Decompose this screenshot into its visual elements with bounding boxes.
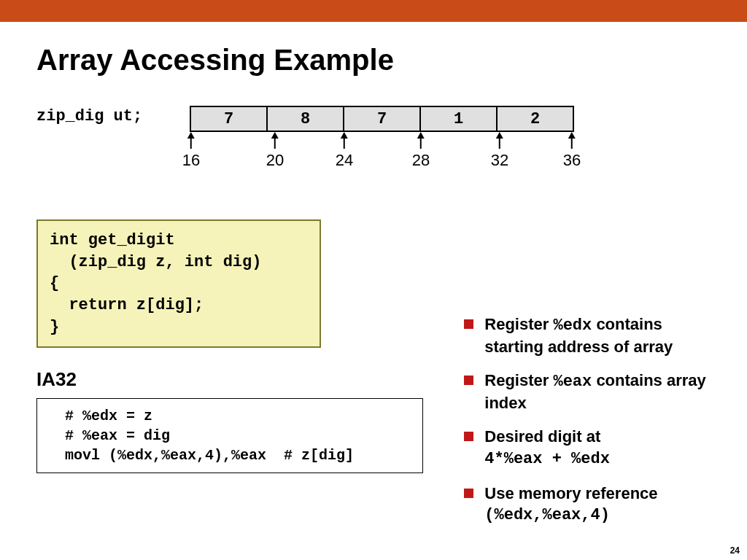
slide-content: Array Accessing Example zip_dig ut; 7 8 …	[0, 22, 747, 540]
array-cell: 2	[497, 106, 573, 131]
address-tick: 28	[412, 132, 430, 170]
right-column: Register %edx contains starting address …	[435, 219, 711, 540]
bullet-list: Register %edx contains starting address …	[464, 314, 711, 526]
slide-title: Array Accessing Example	[36, 44, 711, 77]
page-number: 24	[730, 545, 740, 556]
array-cell: 7	[190, 106, 267, 131]
array-cell: 1	[420, 106, 497, 131]
address-tick: 36	[563, 132, 581, 170]
address-tick: 24	[336, 132, 353, 170]
asm-code-box: # %edx = z # %eax = dig movl (%edx,%eax,…	[36, 398, 423, 473]
ia32-heading: IA32	[36, 368, 435, 391]
array-cell: 7	[344, 106, 420, 131]
array-diagram: zip_dig ut; 7 8 7 1 2 16 20 24 28 32 36	[36, 106, 711, 176]
c-code-box: int get_digit (zip_dig z, int dig) { ret…	[36, 219, 321, 348]
address-tick: 16	[182, 132, 200, 170]
bullet-item: Use memory reference (%edx,%eax,4)	[464, 483, 711, 526]
bullet-item: Register %edx contains starting address …	[464, 314, 711, 357]
array-visual: 7 8 7 1 2 16 20 24 28 32 36	[190, 106, 574, 176]
lower-section: int get_digit (zip_dig z, int dig) { ret…	[36, 219, 711, 540]
address-tick: 20	[266, 132, 284, 170]
left-column: int get_digit (zip_dig z, int dig) { ret…	[36, 219, 435, 540]
accent-bar	[0, 0, 747, 22]
address-tick: 32	[491, 132, 508, 170]
address-ticks: 16 20 24 28 32 36	[190, 132, 574, 176]
array-cell: 8	[267, 106, 344, 131]
bullet-item: Desired digit at 4*%eax + %edx	[464, 427, 711, 470]
array-declaration: zip_dig ut;	[36, 106, 190, 125]
array-cells: 7 8 7 1 2	[190, 106, 574, 132]
bullet-item: Register %eax contains array index	[464, 370, 711, 413]
